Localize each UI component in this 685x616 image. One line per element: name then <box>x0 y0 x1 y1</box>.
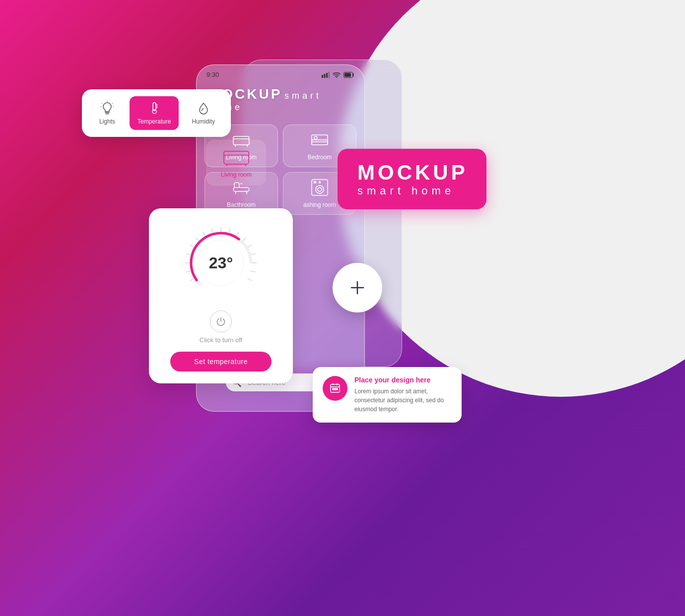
bed-icon <box>311 131 329 151</box>
svg-line-36 <box>211 228 213 233</box>
svg-point-12 <box>316 185 324 193</box>
sensor-tab-lights[interactable]: Lights <box>90 96 125 130</box>
power-icon <box>216 316 226 326</box>
info-text-block: Place your design here Lorem ipsum dolor… <box>354 376 452 414</box>
wifi-icon <box>333 72 341 78</box>
brand-card: MOCKUP smart home <box>338 149 486 209</box>
svg-line-29 <box>190 278 195 281</box>
temperature-label: Temperature <box>137 118 171 125</box>
temperature-dial: 23° <box>181 223 261 303</box>
status-icons <box>322 72 354 78</box>
brand-title-line1: MOCKUP <box>357 161 467 185</box>
sensor-card: Lights Temperature Humidity <box>82 89 231 137</box>
svg-point-15 <box>319 182 321 183</box>
info-card: Place your design here Lorem ipsum dolor… <box>313 367 462 423</box>
svg-rect-0 <box>322 75 323 78</box>
status-bar: 9:30 <box>197 65 364 81</box>
svg-line-41 <box>248 245 252 247</box>
svg-rect-16 <box>224 155 249 164</box>
svg-line-44 <box>251 271 256 272</box>
svg-line-38 <box>229 228 230 233</box>
room-label-bedroom: Bedroom <box>308 154 332 161</box>
svg-line-20 <box>102 103 102 104</box>
svg-point-25 <box>152 110 156 114</box>
svg-line-34 <box>196 238 199 241</box>
room-label-bathroom: Bacthroom <box>227 201 256 208</box>
temperature-card: 23° Click to turn off Set temperature <box>149 208 293 383</box>
humidity-icon <box>197 101 210 115</box>
calendar-icon-container <box>323 376 347 401</box>
svg-line-32 <box>186 253 191 255</box>
svg-rect-2 <box>326 73 328 78</box>
lightbulb-icon <box>100 101 114 115</box>
living-room-label: Living room <box>221 171 252 178</box>
svg-line-42 <box>251 253 256 255</box>
svg-point-9 <box>314 136 317 139</box>
svg-line-39 <box>236 232 239 237</box>
calendar-icon <box>329 382 341 394</box>
svg-line-45 <box>248 278 252 281</box>
temperature-value: 23° <box>209 254 233 272</box>
info-body: Lorem ipsum dolor sit amet, consectetur … <box>354 387 452 414</box>
power-label: Click to turn off <box>200 336 242 344</box>
svg-rect-3 <box>329 72 330 78</box>
sofa-pink-icon <box>223 147 250 167</box>
svg-line-33 <box>190 245 195 247</box>
living-room-card[interactable]: Living room <box>206 140 266 185</box>
svg-rect-6 <box>344 73 351 77</box>
svg-line-21 <box>112 103 113 104</box>
humidity-label: Humidity <box>192 118 215 125</box>
svg-line-30 <box>186 271 191 272</box>
svg-rect-56 <box>335 388 336 390</box>
lights-label: Lights <box>99 118 115 125</box>
svg-point-13 <box>318 187 322 191</box>
room-label-washing: ashing room <box>303 201 336 208</box>
svg-line-40 <box>243 238 246 241</box>
svg-point-4 <box>336 77 337 78</box>
svg-rect-10 <box>233 187 249 191</box>
thermometer-icon <box>147 101 161 115</box>
plus-icon <box>348 279 366 297</box>
set-temperature-button[interactable]: Set temperature <box>170 352 272 371</box>
svg-rect-55 <box>333 388 334 390</box>
svg-rect-14 <box>314 182 316 183</box>
add-button[interactable] <box>333 263 382 312</box>
sensor-tab-temperature[interactable]: Temperature <box>130 96 179 130</box>
status-time: 9:30 <box>206 71 219 78</box>
battery-icon <box>343 72 354 78</box>
info-title: Place your design here <box>354 376 452 384</box>
brand-title-line2: smart home <box>357 185 467 197</box>
svg-line-35 <box>203 232 206 237</box>
svg-rect-8 <box>312 140 328 145</box>
sensor-tab-humidity[interactable]: Humidity <box>184 96 223 130</box>
power-button[interactable] <box>210 310 232 332</box>
svg-rect-57 <box>337 388 338 390</box>
washer-icon <box>311 179 329 198</box>
svg-rect-1 <box>324 74 326 78</box>
signal-icon <box>322 72 330 78</box>
